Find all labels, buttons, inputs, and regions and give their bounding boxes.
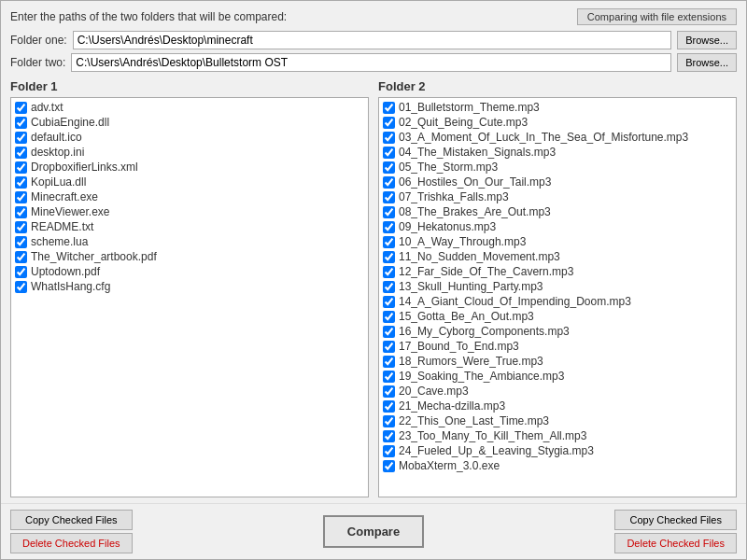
file-checkbox[interactable] (383, 147, 395, 159)
list-item[interactable]: 08_The_Brakes_Are_Out.mp3 (379, 204, 736, 219)
instruction-label: Enter the paths of the two folders that … (10, 10, 287, 23)
file-checkbox[interactable] (383, 132, 395, 144)
list-item[interactable]: 21_Mecha-dzilla.mp3 (379, 399, 736, 413)
file-checkbox[interactable] (15, 176, 27, 189)
list-item[interactable]: 06_Hostiles_On_Our_Tail.mp3 (379, 175, 736, 189)
file-checkbox[interactable] (15, 236, 27, 248)
file-checkbox[interactable] (15, 206, 27, 218)
folder-two-input[interactable] (71, 53, 671, 72)
list-item[interactable]: 12_Far_Side_Of_The_Cavern.mp3 (379, 264, 736, 279)
file-checkbox[interactable] (383, 251, 395, 263)
file-checkbox[interactable] (383, 460, 395, 472)
folder-two-browse-button[interactable]: Browse... (677, 53, 737, 72)
file-checkbox[interactable] (15, 266, 27, 278)
list-item[interactable]: 02_Quit_Being_Cute.mp3 (379, 115, 736, 130)
file-checkbox[interactable] (15, 161, 27, 174)
list-item[interactable]: adv.txt (11, 100, 368, 115)
file-checkbox[interactable] (383, 385, 395, 398)
file-checkbox[interactable] (383, 281, 395, 293)
list-item[interactable]: 23_Too_Many_To_Kill_Them_All.mp3 (379, 428, 736, 443)
list-item[interactable]: desktop.ini (11, 145, 368, 160)
list-item[interactable]: CubiaEngine.dll (11, 115, 368, 130)
list-item[interactable]: KopiLua.dll (11, 175, 368, 189)
file-name: 10_A_Way_Through.mp3 (399, 235, 526, 248)
file-name: Uptodown.pdf (31, 265, 100, 278)
file-checkbox[interactable] (383, 341, 395, 353)
file-checkbox[interactable] (383, 356, 395, 368)
file-checkbox[interactable] (15, 147, 27, 159)
file-checkbox[interactable] (383, 415, 395, 427)
list-item[interactable]: 04_The_Mistaken_Signals.mp3 (379, 145, 736, 160)
list-item[interactable]: 24_Fueled_Up_&_Leaving_Stygia.mp3 (379, 443, 736, 458)
folder-one-browse-button[interactable]: Browse... (677, 31, 737, 49)
list-item[interactable]: 07_Trishka_Falls.mp3 (379, 189, 736, 204)
file-checkbox[interactable] (383, 400, 395, 413)
file-checkbox[interactable] (15, 281, 27, 293)
list-item[interactable]: 05_The_Storm.mp3 (379, 160, 736, 175)
folder1-file-list[interactable]: adv.txtCubiaEngine.dlldefault.icodesktop… (10, 97, 369, 497)
list-item[interactable]: default.ico (11, 130, 368, 145)
file-checkbox[interactable] (383, 266, 395, 278)
file-checkbox[interactable] (15, 102, 27, 114)
folder2-file-list[interactable]: 01_Bulletstorm_Theme.mp302_Quit_Being_Cu… (378, 97, 737, 497)
file-name: 23_Too_Many_To_Kill_Them_All.mp3 (399, 429, 586, 442)
list-item[interactable]: README.txt (11, 219, 368, 234)
file-name: 15_Gotta_Be_An_Out.mp3 (399, 310, 534, 323)
file-name: 09_Hekatonus.mp3 (399, 220, 496, 233)
file-checkbox[interactable] (15, 191, 27, 203)
list-item[interactable]: 09_Hekatonus.mp3 (379, 219, 736, 234)
delete-checked-files-left-button[interactable]: Delete Checked Files (10, 533, 133, 553)
list-item[interactable]: The_Witcher_artbook.pdf (11, 249, 368, 264)
list-item[interactable]: 19_Soaking_The_Ambiance.mp3 (379, 369, 736, 384)
list-item[interactable]: 03_A_Moment_Of_Luck_In_The_Sea_Of_Misfor… (379, 130, 736, 145)
delete-checked-files-right-button[interactable]: Delete Checked Files (614, 533, 737, 553)
file-checkbox[interactable] (383, 206, 395, 218)
list-item[interactable]: 01_Bulletstorm_Theme.mp3 (379, 100, 736, 115)
copy-checked-files-right-button[interactable]: Copy Checked Files (614, 510, 737, 530)
list-item[interactable]: MineViewer.exe (11, 204, 368, 219)
list-item[interactable]: 11_No_Sudden_Movement.mp3 (379, 249, 736, 264)
file-name: adv.txt (31, 101, 63, 114)
bottom-left-actions: Copy Checked Files Delete Checked Files (10, 510, 133, 553)
file-checkbox[interactable] (383, 176, 395, 189)
file-checkbox[interactable] (383, 371, 395, 383)
list-item[interactable]: 22_This_One_Last_Time.mp3 (379, 413, 736, 428)
list-item[interactable]: 14_A_Giant_Cloud_Of_Impending_Doom.mp3 (379, 294, 736, 309)
list-item[interactable]: DropboxifierLinks.xml (11, 160, 368, 175)
folder-one-input[interactable] (73, 31, 671, 49)
file-checkbox[interactable] (383, 296, 395, 308)
list-item[interactable]: scheme.lua (11, 234, 368, 249)
file-name: 14_A_Giant_Cloud_Of_Impending_Doom.mp3 (399, 295, 631, 308)
file-checkbox[interactable] (383, 161, 395, 174)
compare-ext-button[interactable]: Comparing with file extensions (577, 8, 737, 25)
file-checkbox[interactable] (383, 236, 395, 248)
compare-button[interactable]: Compare (323, 515, 424, 548)
list-item[interactable]: MobaXterm_3.0.exe (379, 458, 736, 473)
file-checkbox[interactable] (15, 132, 27, 144)
list-item[interactable]: WhatIsHang.cfg (11, 279, 368, 294)
list-item[interactable]: 15_Gotta_Be_An_Out.mp3 (379, 309, 736, 324)
file-checkbox[interactable] (383, 311, 395, 323)
file-checkbox[interactable] (383, 326, 395, 338)
file-checkbox[interactable] (383, 102, 395, 114)
folder-two-row: Folder two: Browse... (1, 51, 746, 74)
list-item[interactable]: 16_My_Cyborg_Components.mp3 (379, 324, 736, 339)
file-checkbox[interactable] (383, 117, 395, 129)
copy-checked-files-left-button[interactable]: Copy Checked Files (10, 510, 133, 530)
list-item[interactable]: 18_Rumors_Were_True.mp3 (379, 354, 736, 369)
list-item[interactable]: 13_Skull_Hunting_Party.mp3 (379, 279, 736, 294)
file-checkbox[interactable] (383, 445, 395, 457)
list-item[interactable]: Minecraft.exe (11, 189, 368, 204)
file-name: 08_The_Brakes_Are_Out.mp3 (399, 205, 551, 218)
list-item[interactable]: 20_Cave.mp3 (379, 384, 736, 399)
file-checkbox[interactable] (15, 251, 27, 263)
file-checkbox[interactable] (15, 117, 27, 129)
list-item[interactable]: 10_A_Way_Through.mp3 (379, 234, 736, 249)
file-checkbox[interactable] (383, 430, 395, 442)
list-item[interactable]: 17_Bound_To_End.mp3 (379, 339, 736, 354)
list-item[interactable]: Uptodown.pdf (11, 264, 368, 279)
file-checkbox[interactable] (383, 191, 395, 203)
file-checkbox[interactable] (15, 221, 27, 233)
file-name: Minecraft.exe (31, 190, 98, 203)
file-checkbox[interactable] (383, 221, 395, 233)
